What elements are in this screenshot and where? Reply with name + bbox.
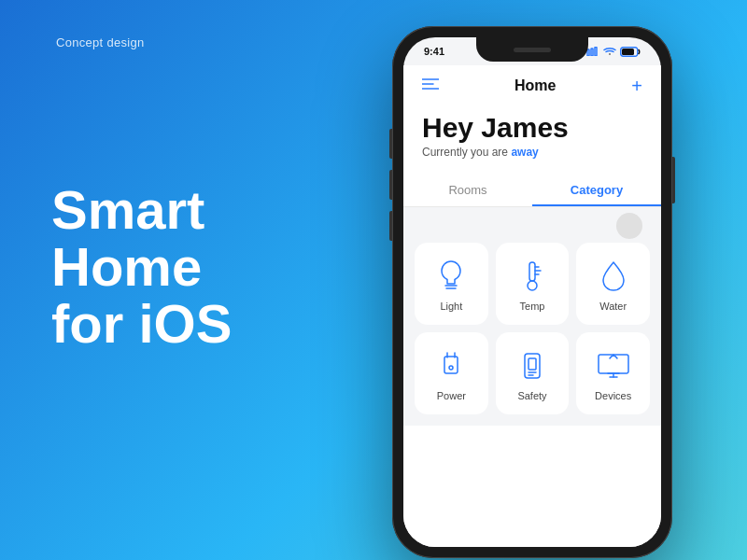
- svg-rect-0: [587, 49, 589, 56]
- phone-screen: 9:41: [403, 37, 661, 547]
- tab-active-indicator: [532, 204, 661, 206]
- svg-rect-21: [529, 358, 536, 370]
- power-icon: [434, 349, 468, 383]
- grid-label-devices: Devices: [595, 390, 631, 401]
- grid-item-temp[interactable]: Temp: [496, 243, 570, 325]
- light-icon: [434, 259, 468, 293]
- grid-label-power: Power: [437, 390, 466, 401]
- header-title: Home: [514, 77, 556, 94]
- status-time: 9:41: [420, 46, 444, 57]
- svg-point-12: [528, 281, 537, 290]
- svg-point-19: [449, 366, 453, 370]
- grid-item-devices[interactable]: Devices: [576, 332, 650, 414]
- devices-icon: [597, 349, 630, 383]
- hero-text: Smart Home for iOS: [51, 182, 232, 353]
- svg-rect-16: [444, 357, 458, 373]
- svg-point-3: [609, 53, 611, 55]
- temp-icon: [515, 259, 549, 293]
- grid-item-water[interactable]: Water: [576, 243, 650, 325]
- greeting-section: Hey James Currently you are away: [403, 103, 661, 174]
- grid-label-light: Light: [440, 301, 462, 312]
- svg-rect-24: [599, 355, 628, 373]
- grid-item-light[interactable]: Light: [415, 243, 488, 325]
- grid-label-water: Water: [599, 301, 627, 312]
- hero-line1: Smart: [51, 182, 232, 239]
- hero-line3: for iOS: [51, 296, 232, 353]
- greeting-name: Hey James: [422, 112, 642, 143]
- grid-label-temp: Temp: [520, 301, 545, 312]
- grid-label-safety: Safety: [517, 390, 546, 401]
- notch-speaker: [514, 48, 551, 52]
- tabs-container: Rooms Category: [403, 174, 661, 207]
- svg-rect-20: [525, 354, 540, 378]
- water-icon: [597, 259, 630, 293]
- grid-item-safety[interactable]: Safety: [496, 332, 570, 414]
- status-icons: [586, 47, 644, 57]
- tab-category[interactable]: Category: [532, 174, 661, 206]
- hamburger-icon[interactable]: [422, 77, 439, 94]
- svg-rect-2: [595, 48, 597, 57]
- app-content: Home + Hey James Currently you are away …: [403, 65, 661, 547]
- scroll-dot: [616, 213, 642, 239]
- grid-item-power[interactable]: Power: [415, 332, 488, 414]
- phone-shell: 9:41: [392, 26, 672, 558]
- hero-line2: Home: [51, 239, 232, 296]
- greeting-status: Currently you are away: [422, 146, 642, 159]
- safety-icon: [515, 349, 549, 383]
- app-header: Home +: [403, 65, 661, 103]
- greeting-prefix: Currently you are: [422, 146, 511, 159]
- scroll-indicator-row: [403, 207, 661, 243]
- svg-rect-11: [529, 262, 535, 281]
- add-icon[interactable]: +: [631, 77, 642, 95]
- tab-rooms[interactable]: Rooms: [403, 174, 532, 206]
- greeting-away: away: [511, 146, 538, 159]
- svg-rect-5: [622, 49, 634, 55]
- concept-label: Concept design: [56, 35, 145, 49]
- svg-rect-1: [591, 49, 593, 56]
- category-grid: Light Temp: [403, 243, 661, 426]
- notch: [476, 37, 588, 62]
